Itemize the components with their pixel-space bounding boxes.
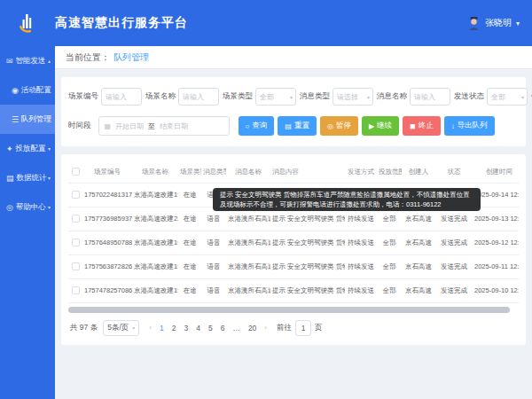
sidebar-item-help-center[interactable]: ◎帮助中心▾: [0, 192, 55, 222]
row-checkbox[interactable]: [72, 191, 80, 199]
resume-button[interactable]: ▶继续: [362, 116, 399, 136]
pager-ellipsis: …: [231, 324, 241, 332]
queue-table: 场景编号场景名称场景类型消息类型消息名称消息内容发送方式投放范围创建人状态创建时…: [68, 161, 519, 303]
queue-management-icon: ☰: [12, 115, 19, 124]
prev-page-button[interactable]: ‹: [148, 324, 153, 332]
filter-label: 消息名称: [377, 91, 407, 102]
cell: 京港高速改建196-221…: [132, 278, 178, 302]
cell: 京港澳所石高速…: [226, 278, 270, 302]
next-page-button[interactable]: ›: [263, 324, 268, 332]
chevron-down-icon: ▾: [521, 94, 524, 100]
sidebar-submenu: ◉活动配置☰队列管理: [0, 75, 55, 134]
pagination-total: 共 97 条: [70, 323, 98, 333]
sidebar-item-label: 活动配置: [21, 85, 51, 96]
select-value: 请选择: [337, 92, 367, 102]
reset-button[interactable]: ▤重置: [278, 116, 317, 136]
row-select-cell: [68, 278, 82, 302]
reset-icon: ▤: [285, 122, 292, 130]
chevron-down-icon: ▾: [290, 94, 293, 100]
row-select-cell: [68, 183, 82, 207]
row-checkbox[interactable]: [72, 286, 80, 294]
time-range-label: 时间段: [68, 121, 91, 131]
cell: 京石高速: [402, 231, 435, 254]
filter-panel: 场景编号场景名称场景类型全部▾消息类型请选择▾消息名称发送状态全部▾创建人 时间…: [61, 77, 526, 146]
cell: 京港高速改建196-221…: [132, 254, 178, 278]
select-value: 全部: [260, 92, 290, 102]
sidebar-item-queue-management[interactable]: ☰队列管理: [0, 105, 55, 134]
table-panel: 场景编号场景名称场景类型消息类型消息名称消息内容发送方式投放范围创建人状态创建时…: [61, 154, 526, 345]
filter-msg-type-select[interactable]: 请选择▾: [332, 88, 373, 106]
scrollbar-thumb[interactable]: [68, 307, 510, 313]
page-button[interactable]: 4: [195, 324, 201, 332]
export-button[interactable]: ↓导出队列: [444, 116, 495, 136]
page-button[interactable]: 6: [220, 324, 226, 332]
pager: ‹123456…20›: [148, 324, 268, 332]
cell: 2025-09-13 12:16:2: [473, 207, 519, 231]
row-checkbox[interactable]: [72, 215, 80, 223]
cell: 在途: [178, 254, 201, 278]
user-avatar: [467, 16, 481, 31]
search-button[interactable]: ○查询: [239, 116, 275, 136]
sidebar: ✉智能发送▴◉活动配置☰队列管理✦投放配置▾▤数据统计▾◎帮助中心▾: [0, 46, 55, 399]
filter-scene-name-input[interactable]: [178, 88, 219, 106]
column-header: 场景类型: [178, 161, 201, 183]
end-date-placeholder: 结束日期: [160, 121, 188, 131]
column-header: 场景名称: [132, 161, 178, 183]
user-menu[interactable]: 张晓明 ▾: [467, 16, 520, 31]
row-checkbox[interactable]: [72, 262, 80, 270]
platform-logo-icon: [18, 12, 37, 34]
top-bar: 高速智慧出行服务平台 张晓明 ▾: [0, 0, 532, 46]
sidebar-item-smart-send[interactable]: ✉智能发送▴: [0, 46, 55, 75]
sidebar-item-label: 数据统计: [17, 173, 47, 184]
filter-scene-name: 场景名称: [145, 88, 219, 106]
filter-label: 消息类型: [300, 91, 330, 102]
page-button[interactable]: 3: [183, 324, 189, 332]
cell: 语音: [201, 231, 226, 254]
row-checkbox[interactable]: [72, 239, 80, 246]
cell: 持续发送: [345, 231, 377, 254]
sidebar-item-activity-config[interactable]: ◉活动配置: [0, 75, 55, 105]
cell: 2025-09-12 12:00:0: [473, 231, 519, 254]
filter-send-status-select[interactable]: 全部▾: [487, 88, 528, 106]
page-button[interactable]: 2: [171, 324, 177, 332]
column-header: 状态: [435, 161, 473, 183]
terminate-button[interactable]: ◼终止: [403, 116, 441, 136]
page-button[interactable]: 1: [159, 324, 165, 332]
cell: 京港澳所石高速…: [226, 254, 270, 278]
pause-icon: ◎: [327, 122, 333, 130]
breadcrumb-current[interactable]: 队列管理: [113, 51, 149, 64]
date-range-picker[interactable]: ▦ 开始日期 至 结束日期: [98, 116, 230, 136]
goto-page-input[interactable]: [295, 320, 311, 336]
cell: 京港高速改建196-221…: [132, 183, 178, 207]
sidebar-item-data-statistics[interactable]: ▤数据统计▾: [0, 163, 55, 192]
filter-scene-no-input[interactable]: [101, 88, 142, 106]
pause-button[interactable]: ◎暂停: [320, 116, 358, 136]
cell: 发送完成: [435, 231, 473, 254]
filter-row: 场景编号场景名称场景类型全部▾消息类型请选择▾消息名称发送状态全部▾创建人: [68, 88, 519, 106]
cell: 持续发送: [345, 278, 377, 302]
cell: 在途: [178, 207, 201, 231]
filter-send-status: 发送状态全部▾: [454, 88, 528, 106]
export-icon: ↓: [451, 122, 455, 130]
range-separator: 至: [148, 121, 155, 131]
filter-scene-no: 场景编号: [68, 88, 142, 106]
page-button[interactable]: 20: [247, 324, 257, 332]
cell: 在途: [178, 183, 201, 207]
column-header: 消息名称: [226, 161, 270, 183]
filter-msg-name-input[interactable]: [410, 88, 450, 106]
page-button[interactable]: 5: [207, 324, 214, 332]
goto-label: 前往: [277, 323, 292, 333]
filter-msg-name: 消息名称: [377, 88, 450, 106]
sidebar-item-label: 队列管理: [21, 114, 51, 125]
button-label: 暂停: [336, 121, 351, 131]
filter-scene-type-select[interactable]: 全部▾: [255, 88, 296, 106]
select-all-cell: [68, 161, 82, 183]
cell: 提示 安全文明驾驶类 货物掉落所车道严禁随意捡拾…: [270, 278, 345, 302]
page-size-select[interactable]: 5条/页 ▾: [103, 320, 139, 336]
horizontal-scrollbar[interactable]: [68, 307, 519, 313]
user-name: 张晓明: [485, 17, 512, 29]
select-all-checkbox[interactable]: [72, 168, 80, 176]
sidebar-item-delivery-config[interactable]: ✦投放配置▾: [0, 134, 55, 163]
action-buttons: ○查询▤重置◎暂停▶继续◼终止↓导出队列: [235, 116, 495, 136]
main-content: 当前位置： 队列管理 场景编号场景名称场景类型全部▾消息类型请选择▾消息名称发送…: [55, 46, 532, 399]
